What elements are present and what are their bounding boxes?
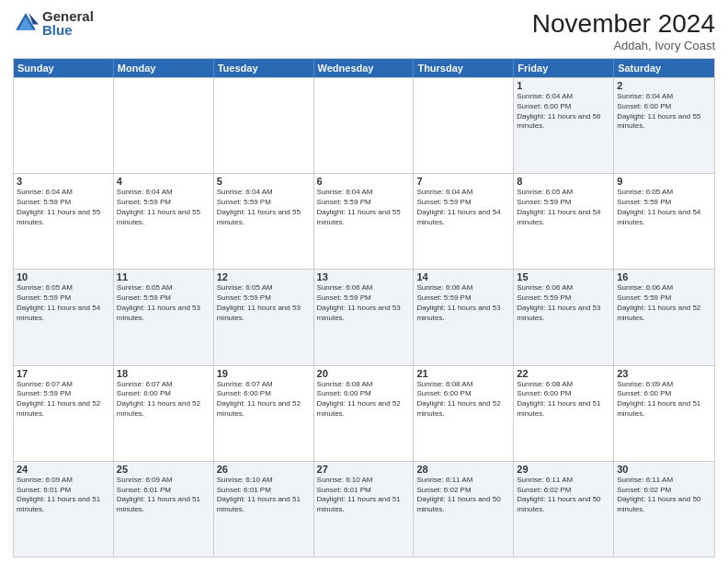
day-number: 2 (617, 80, 711, 91)
day-number: 17 (17, 368, 110, 379)
calendar-header: SundayMondayTuesdayWednesdayThursdayFrid… (14, 59, 714, 77)
logo-text: General Blue (42, 9, 94, 37)
day-number: 30 (617, 464, 711, 475)
calendar-cell-2-1: 11Sunrise: 6:05 AMSunset: 5:59 PMDayligh… (114, 270, 214, 364)
calendar-cell-3-2: 19Sunrise: 6:07 AMSunset: 6:00 PMDayligh… (214, 366, 314, 461)
header-day-saturday: Saturday (614, 59, 714, 77)
calendar-cell-1-6: 9Sunrise: 6:05 AMSunset: 5:59 PMDaylight… (614, 174, 714, 269)
cell-info: Sunrise: 6:04 AMSunset: 5:59 PMDaylight:… (117, 188, 210, 227)
day-number: 8 (517, 176, 610, 187)
day-number: 12 (217, 271, 311, 282)
logo-general-text: General (42, 9, 94, 23)
day-number: 9 (617, 176, 711, 187)
calendar-cell-1-4: 7Sunrise: 6:04 AMSunset: 5:59 PMDaylight… (414, 174, 514, 269)
calendar-row-1: 3Sunrise: 6:04 AMSunset: 5:59 PMDaylight… (14, 173, 714, 269)
calendar-cell-0-5: 1Sunrise: 6:04 AMSunset: 6:00 PMDaylight… (514, 78, 614, 173)
header-day-wednesday: Wednesday (314, 59, 415, 77)
calendar-cell-0-1 (114, 78, 214, 173)
calendar-cell-3-5: 22Sunrise: 6:08 AMSunset: 6:00 PMDayligh… (514, 366, 614, 461)
cell-info: Sunrise: 6:05 AMSunset: 5:59 PMDaylight:… (617, 188, 711, 227)
calendar-row-0: 1Sunrise: 6:04 AMSunset: 6:00 PMDaylight… (14, 77, 714, 173)
calendar-cell-4-5: 29Sunrise: 6:11 AMSunset: 6:02 PMDayligh… (514, 462, 614, 557)
calendar-cell-0-4 (414, 78, 514, 173)
day-number: 27 (317, 464, 411, 475)
header-day-thursday: Thursday (414, 59, 514, 77)
cell-info: Sunrise: 6:05 AMSunset: 5:59 PMDaylight:… (517, 188, 610, 227)
calendar-row-4: 24Sunrise: 6:09 AMSunset: 6:01 PMDayligh… (14, 461, 714, 557)
day-number: 11 (117, 271, 210, 282)
calendar-cell-4-3: 27Sunrise: 6:10 AMSunset: 6:01 PMDayligh… (314, 462, 415, 557)
header-day-sunday: Sunday (14, 59, 114, 77)
calendar-cell-3-6: 23Sunrise: 6:09 AMSunset: 6:00 PMDayligh… (614, 366, 714, 461)
location: Addah, Ivory Coast (532, 39, 715, 52)
header: General Blue November 2024 Addah, Ivory … (13, 9, 715, 52)
logo-blue-text: Blue (42, 23, 94, 37)
calendar-cell-2-0: 10Sunrise: 6:05 AMSunset: 5:59 PMDayligh… (14, 270, 114, 364)
cell-info: Sunrise: 6:09 AMSunset: 6:00 PMDaylight:… (617, 380, 711, 419)
calendar-cell-3-1: 18Sunrise: 6:07 AMSunset: 6:00 PMDayligh… (114, 366, 214, 461)
calendar-body: 1Sunrise: 6:04 AMSunset: 6:00 PMDaylight… (14, 77, 714, 557)
cell-info: Sunrise: 6:11 AMSunset: 6:02 PMDaylight:… (517, 476, 610, 515)
day-number: 22 (517, 368, 610, 379)
day-number: 16 (617, 271, 711, 282)
day-number: 1 (517, 80, 610, 91)
cell-info: Sunrise: 6:04 AMSunset: 5:59 PMDaylight:… (416, 188, 510, 227)
calendar-cell-1-2: 5Sunrise: 6:04 AMSunset: 5:59 PMDaylight… (214, 174, 314, 269)
day-number: 23 (617, 368, 711, 379)
day-number: 24 (17, 464, 110, 475)
day-number: 19 (217, 368, 311, 379)
day-number: 21 (416, 368, 510, 379)
cell-info: Sunrise: 6:04 AMSunset: 5:59 PMDaylight:… (317, 188, 411, 227)
cell-info: Sunrise: 6:07 AMSunset: 6:00 PMDaylight:… (217, 380, 311, 419)
calendar-cell-2-5: 15Sunrise: 6:06 AMSunset: 5:59 PMDayligh… (514, 270, 614, 364)
logo: General Blue (13, 9, 94, 37)
calendar-cell-2-6: 16Sunrise: 6:06 AMSunset: 5:59 PMDayligh… (614, 270, 714, 364)
calendar-row-3: 17Sunrise: 6:07 AMSunset: 5:59 PMDayligh… (14, 365, 714, 461)
cell-info: Sunrise: 6:06 AMSunset: 5:59 PMDaylight:… (617, 283, 711, 323)
month-title: November 2024 (532, 9, 715, 39)
day-number: 5 (217, 176, 311, 187)
cell-info: Sunrise: 6:10 AMSunset: 6:01 PMDaylight:… (217, 476, 311, 515)
cell-info: Sunrise: 6:07 AMSunset: 5:59 PMDaylight:… (17, 380, 110, 419)
header-day-tuesday: Tuesday (214, 59, 314, 77)
day-number: 28 (416, 464, 510, 475)
cell-info: Sunrise: 6:08 AMSunset: 6:00 PMDaylight:… (416, 380, 510, 419)
calendar-cell-1-0: 3Sunrise: 6:04 AMSunset: 5:59 PMDaylight… (14, 174, 114, 269)
calendar-cell-4-2: 26Sunrise: 6:10 AMSunset: 6:01 PMDayligh… (214, 462, 314, 557)
calendar-cell-4-1: 25Sunrise: 6:09 AMSunset: 6:01 PMDayligh… (114, 462, 214, 557)
calendar-cell-3-3: 20Sunrise: 6:08 AMSunset: 6:00 PMDayligh… (314, 366, 415, 461)
day-number: 6 (317, 176, 411, 187)
cell-info: Sunrise: 6:05 AMSunset: 5:59 PMDaylight:… (117, 283, 210, 323)
cell-info: Sunrise: 6:05 AMSunset: 5:59 PMDaylight:… (17, 283, 110, 323)
cell-info: Sunrise: 6:04 AMSunset: 5:59 PMDaylight:… (17, 188, 110, 227)
calendar-cell-1-3: 6Sunrise: 6:04 AMSunset: 5:59 PMDaylight… (314, 174, 415, 269)
cell-info: Sunrise: 6:09 AMSunset: 6:01 PMDaylight:… (17, 476, 110, 515)
cell-info: Sunrise: 6:09 AMSunset: 6:01 PMDaylight:… (117, 476, 210, 515)
day-number: 26 (217, 464, 311, 475)
day-number: 29 (517, 464, 610, 475)
day-number: 10 (17, 271, 110, 282)
calendar-cell-2-2: 12Sunrise: 6:05 AMSunset: 5:59 PMDayligh… (214, 270, 314, 364)
calendar-cell-0-6: 2Sunrise: 6:04 AMSunset: 6:00 PMDaylight… (614, 78, 714, 173)
cell-info: Sunrise: 6:04 AMSunset: 6:00 PMDaylight:… (517, 92, 610, 132)
calendar-cell-0-3 (314, 78, 415, 173)
calendar-cell-1-5: 8Sunrise: 6:05 AMSunset: 5:59 PMDaylight… (514, 174, 614, 269)
page: General Blue November 2024 Addah, Ivory … (0, 0, 728, 563)
day-number: 13 (317, 271, 411, 282)
calendar-cell-2-3: 13Sunrise: 6:06 AMSunset: 5:59 PMDayligh… (314, 270, 415, 364)
title-block: November 2024 Addah, Ivory Coast (532, 9, 715, 52)
cell-info: Sunrise: 6:10 AMSunset: 6:01 PMDaylight:… (317, 476, 411, 515)
calendar: SundayMondayTuesdayWednesdayThursdayFrid… (13, 58, 715, 557)
calendar-cell-4-4: 28Sunrise: 6:11 AMSunset: 6:02 PMDayligh… (414, 462, 514, 557)
calendar-cell-4-0: 24Sunrise: 6:09 AMSunset: 6:01 PMDayligh… (14, 462, 114, 557)
cell-info: Sunrise: 6:04 AMSunset: 5:59 PMDaylight:… (217, 188, 311, 227)
day-number: 3 (17, 176, 110, 187)
day-number: 15 (517, 271, 610, 282)
day-number: 25 (117, 464, 210, 475)
day-number: 4 (117, 176, 210, 187)
cell-info: Sunrise: 6:04 AMSunset: 6:00 PMDaylight:… (617, 92, 711, 132)
cell-info: Sunrise: 6:08 AMSunset: 6:00 PMDaylight:… (517, 380, 610, 419)
day-number: 20 (317, 368, 411, 379)
cell-info: Sunrise: 6:06 AMSunset: 5:59 PMDaylight:… (317, 283, 411, 323)
cell-info: Sunrise: 6:08 AMSunset: 6:00 PMDaylight:… (317, 380, 411, 419)
